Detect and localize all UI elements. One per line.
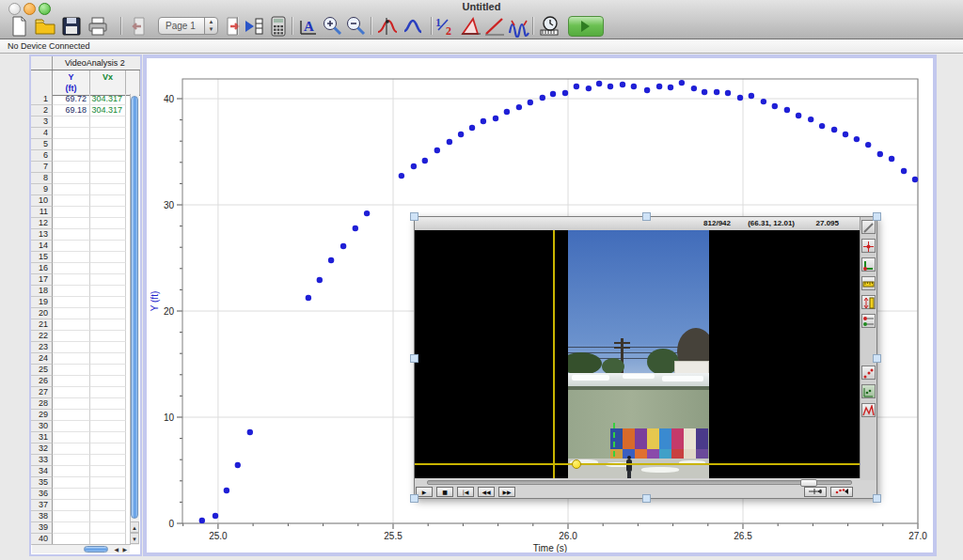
cell-y[interactable] [53, 489, 90, 500]
zoom-in-button[interactable] [321, 15, 343, 38]
cell-vx[interactable] [90, 139, 126, 150]
table-row[interactable]: 32 [31, 443, 130, 455]
video-scrubber[interactable] [427, 480, 852, 485]
cell-y[interactable] [53, 432, 90, 443]
cell-vx[interactable] [90, 376, 126, 387]
table-horizontal-scrollbar[interactable]: ◀ ▶ [32, 544, 130, 553]
cell-y[interactable] [53, 387, 90, 398]
cell-vx[interactable]: 304.317 [90, 105, 126, 117]
table-vertical-scrollbar[interactable] [130, 94, 139, 545]
table-row[interactable]: 34 [31, 466, 130, 477]
cell-vx[interactable] [90, 522, 126, 534]
scroll-down-arrow[interactable]: ▼ [130, 533, 139, 544]
cell-vx[interactable] [90, 500, 126, 511]
cell-vx[interactable] [90, 162, 126, 173]
table-row[interactable]: 37 [31, 500, 130, 511]
table-row[interactable]: 19 [31, 297, 130, 308]
cell-y[interactable] [53, 286, 90, 297]
toggle-trails-icon[interactable] [861, 366, 876, 380]
open-button[interactable] [34, 15, 56, 38]
cell-vx[interactable] [90, 241, 126, 252]
cell-vx[interactable] [90, 173, 126, 184]
cell-y[interactable] [53, 241, 90, 252]
stop-button[interactable]: ■ [436, 487, 453, 497]
cell-y[interactable] [53, 297, 90, 308]
cell-vx[interactable] [90, 150, 126, 162]
cell-y[interactable] [53, 128, 90, 139]
selection-handle[interactable] [410, 354, 418, 363]
cell-y[interactable]: 69.72 [53, 94, 90, 105]
step-back-button[interactable]: ◀◀ [478, 487, 495, 497]
cell-vx[interactable] [90, 443, 126, 455]
selection-handle[interactable] [410, 494, 418, 503]
table-row[interactable]: 23 [31, 342, 130, 353]
cell-vx[interactable] [90, 365, 126, 376]
cell-y[interactable] [53, 218, 90, 229]
table-row[interactable]: 20 [31, 308, 130, 319]
table-row[interactable]: 29 [31, 410, 130, 421]
selection-handle[interactable] [873, 212, 881, 221]
cell-y[interactable] [53, 117, 90, 128]
table-row[interactable]: 36 [31, 489, 130, 500]
table-row[interactable]: 12 [31, 218, 130, 229]
table-row[interactable]: 5 [31, 139, 130, 150]
table-row[interactable]: 30 [31, 421, 130, 432]
cell-vx[interactable] [90, 263, 126, 274]
cell-y[interactable] [53, 500, 90, 511]
selection-handle[interactable] [642, 494, 651, 503]
cell-y[interactable] [53, 173, 90, 184]
sync-analysis-icon[interactable] [861, 403, 876, 417]
cell-y[interactable] [53, 342, 90, 353]
show-graph-icon[interactable] [861, 384, 876, 398]
save-button[interactable] [60, 15, 83, 38]
table-row[interactable]: 11 [31, 207, 130, 218]
cell-y[interactable] [53, 274, 90, 286]
cell-vx[interactable] [90, 252, 126, 263]
cell-vx[interactable] [90, 387, 126, 398]
cell-vx[interactable]: 304.317 [90, 94, 126, 105]
cell-vx[interactable] [90, 353, 126, 365]
scroll-right-arrow[interactable]: ▶ [122, 546, 127, 553]
table-row[interactable]: 24 [31, 353, 130, 365]
cell-y[interactable] [53, 353, 90, 365]
table-row[interactable]: 9 [31, 184, 130, 195]
video-analysis-window[interactable]: 812/942 (66.31, 12.01) 27.095 [414, 216, 877, 499]
data-collection-setup-button[interactable] [538, 15, 560, 38]
table-row[interactable]: 3 [31, 117, 130, 128]
tangent-button[interactable] [403, 15, 425, 38]
curve-fit-button[interactable] [508, 15, 530, 38]
prev-page-button[interactable] [128, 15, 150, 38]
selection-handle[interactable] [410, 212, 418, 221]
scrollbar-thumb[interactable] [84, 546, 108, 552]
scrollbar-thumb[interactable] [131, 96, 138, 519]
cell-vx[interactable] [90, 477, 126, 489]
cell-vx[interactable] [90, 432, 126, 443]
cell-y[interactable] [53, 376, 90, 387]
cell-vx[interactable] [90, 128, 126, 139]
cell-y[interactable] [53, 466, 90, 477]
cell-vx[interactable] [90, 308, 126, 319]
tracked-point-marker[interactable] [572, 459, 581, 469]
cell-vx[interactable] [90, 195, 126, 207]
cell-y[interactable] [53, 139, 90, 150]
data-table-panel[interactable]: VideoAnalysis 2 Y (ft) Vx 1 69.72 304.31… [29, 54, 142, 556]
add-point-icon[interactable] [861, 239, 876, 253]
photo-distance-icon[interactable] [861, 295, 876, 309]
zoom-out-button[interactable] [344, 15, 367, 38]
table-row[interactable]: 35 [31, 477, 130, 489]
cell-vx[interactable] [90, 466, 126, 477]
cell-vx[interactable] [90, 410, 126, 421]
examine-button[interactable] [376, 15, 399, 38]
video-axis-vertical[interactable] [553, 230, 555, 480]
set-scale-icon[interactable] [861, 276, 876, 290]
cell-y[interactable] [53, 365, 90, 376]
table-row[interactable]: 17 [31, 274, 130, 286]
print-button[interactable] [87, 15, 109, 38]
cell-y[interactable] [53, 229, 90, 241]
cell-y[interactable] [53, 455, 90, 466]
cell-y[interactable] [53, 410, 90, 421]
video-axis-horizontal[interactable] [415, 463, 860, 465]
table-row[interactable]: 16 [31, 263, 130, 274]
cell-vx[interactable] [90, 184, 126, 195]
cell-y[interactable] [53, 331, 90, 342]
